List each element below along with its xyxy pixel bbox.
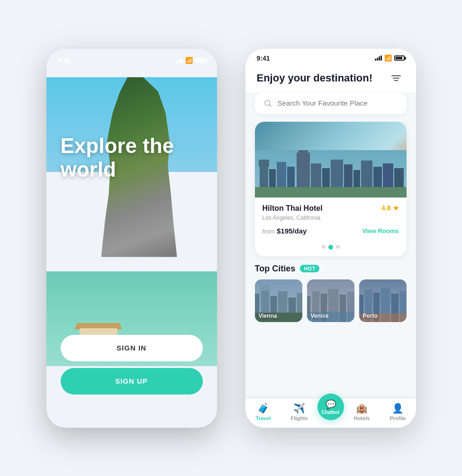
- battery-icon: [195, 58, 206, 63]
- city-card-porto[interactable]: Porto: [359, 279, 407, 322]
- filter-button[interactable]: [388, 70, 405, 87]
- left-phone: 9:41 📶 Explore the world SIGN IN SIGN UP: [46, 49, 217, 428]
- hotel-card: Hilton Thai Hotel 4.8 ★ Los Angeles, Cal…: [255, 122, 407, 256]
- hotel-price-row: from $195/day View Rooms: [263, 227, 399, 235]
- battery-icon-right: [394, 55, 405, 61]
- profile-icon: 👤: [392, 403, 404, 414]
- status-bar-right: 9:41 📶: [245, 49, 416, 66]
- signin-button[interactable]: SIGN IN: [61, 335, 203, 361]
- hotels-icon: 🏨: [356, 403, 368, 414]
- nav-profile[interactable]: 👤 Profile: [380, 403, 416, 421]
- from-label: from: [263, 228, 275, 235]
- greeting-text: Enjoy your destination!: [257, 72, 372, 84]
- hotel-location: Los Angeles, Califronia: [263, 215, 399, 221]
- svg-rect-12: [299, 150, 308, 155]
- view-rooms-button[interactable]: View Rooms: [362, 227, 399, 234]
- search-icon: [263, 99, 272, 108]
- top-cities-title: Top Cities: [255, 264, 296, 274]
- rating-badge: 4.8 ★: [381, 204, 399, 212]
- top-cities-header: Top Cities HOT: [255, 264, 407, 274]
- rating-value: 4.8: [381, 204, 390, 212]
- city-card-venice[interactable]: Venice: [307, 279, 354, 322]
- flights-label: Flights: [290, 415, 308, 421]
- skyline-svg: [255, 150, 407, 198]
- dot-1[interactable]: [322, 245, 326, 249]
- svg-line-4: [269, 105, 271, 106]
- search-bar[interactable]: [255, 92, 407, 114]
- hotel-name: Hilton Thai Hotel: [263, 204, 323, 213]
- main-scroll-area[interactable]: Hilton Thai Hotel 4.8 ★ Los Angeles, Cal…: [245, 122, 416, 399]
- nav-travel[interactable]: 🧳 Travel: [245, 403, 281, 421]
- signal-icon: [176, 58, 183, 63]
- city-card-vienna[interactable]: Vienna: [255, 279, 302, 322]
- flights-icon: ✈️: [293, 403, 305, 414]
- star-icon: ★: [393, 204, 399, 212]
- wifi-icon: 📶: [185, 57, 193, 64]
- hotels-label: Hotels: [354, 415, 370, 421]
- right-header: Enjoy your destination!: [245, 66, 416, 92]
- svg-rect-22: [255, 187, 407, 198]
- chatbot-button[interactable]: 💬 Chatbot: [317, 394, 344, 420]
- svg-rect-7: [259, 160, 269, 167]
- signal-icon-right: [375, 55, 382, 61]
- travel-label: Travel: [256, 415, 271, 421]
- chatbot-icon: 💬: [326, 399, 336, 410]
- hero-text: Explore the world: [61, 134, 174, 182]
- search-input[interactable]: [278, 99, 398, 107]
- status-bar-left: 9:41 📶: [46, 49, 217, 72]
- status-icons-right: 📶: [375, 54, 405, 62]
- time-left: 9:41: [58, 57, 71, 64]
- city-name-venice: Venice: [311, 313, 329, 319]
- right-phone: 9:41 📶 Enjoy your destination!: [245, 49, 416, 428]
- carousel-dots: [255, 242, 407, 256]
- bottom-nav: 🧳 Travel ✈️ Flights 💬 Chatbot 🏨 Hotels 👤…: [245, 399, 416, 428]
- chatbot-label: Chatbot: [322, 410, 340, 415]
- cities-row: Vienna: [255, 279, 407, 327]
- signup-button[interactable]: SIGN UP: [61, 368, 203, 395]
- dot-2[interactable]: [328, 245, 333, 250]
- travel-icon: 🧳: [257, 403, 269, 414]
- dot-3[interactable]: [336, 245, 340, 249]
- hot-badge: HOT: [300, 265, 319, 272]
- hotel-info: Hilton Thai Hotel 4.8 ★ Los Angeles, Cal…: [255, 198, 407, 242]
- time-right: 9:41: [257, 54, 270, 62]
- svg-rect-26: [260, 284, 270, 291]
- price-display: from $195/day: [263, 227, 307, 235]
- nav-hotels[interactable]: 🏨 Hotels: [344, 403, 380, 421]
- hotel-name-row: Hilton Thai Hotel 4.8 ★: [263, 204, 399, 213]
- city-name-vienna: Vienna: [259, 313, 277, 319]
- nav-flights[interactable]: ✈️ Flights: [281, 403, 317, 421]
- status-icons-left: 📶: [176, 57, 206, 64]
- price-value: $195/day: [277, 227, 307, 235]
- wifi-icon-right: 📶: [384, 54, 392, 62]
- profile-label: Profile: [390, 415, 406, 421]
- hotel-image: [255, 122, 407, 198]
- city-name-porto: Porto: [363, 313, 378, 319]
